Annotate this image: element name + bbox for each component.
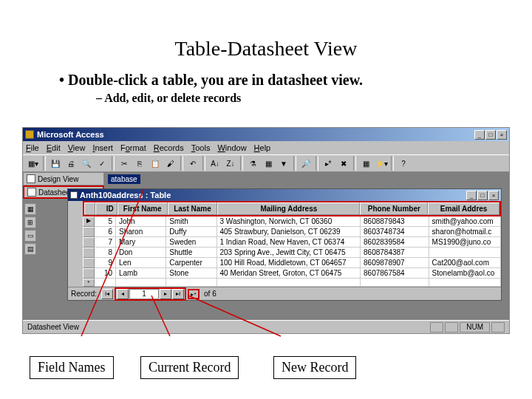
format-painter-button[interactable]: 🖌	[163, 156, 178, 171]
prev-record-button[interactable]: ◂	[117, 289, 129, 299]
table-minimize-button[interactable]: _	[466, 191, 477, 200]
print-preview-button[interactable]: 🔍	[79, 156, 94, 171]
cell-phone[interactable]: 8609878907	[361, 258, 429, 268]
cell-id[interactable]: 10	[95, 268, 116, 279]
close-button[interactable]: ×	[497, 130, 507, 140]
sort-desc-button[interactable]: Z↓	[223, 156, 238, 171]
row-selector[interactable]	[83, 237, 95, 248]
cell-lastname[interactable]: Shuttle	[166, 248, 216, 258]
cell-lastname[interactable]: Smith	[166, 216, 216, 227]
apply-filter-button[interactable]: ▼	[276, 156, 291, 171]
delete-record-button[interactable]: ✖	[336, 156, 351, 171]
view-dropdown-button[interactable]: ▦▾	[26, 156, 41, 171]
cell-id[interactable]: 6	[95, 227, 116, 237]
cell-address[interactable]: 3 Washington, Norwich, CT 06360	[217, 216, 361, 227]
cell-id[interactable]: 5	[95, 216, 116, 227]
menu-tools[interactable]: Tools	[191, 143, 211, 152]
paste-button[interactable]: 📋	[148, 156, 163, 171]
menu-insert[interactable]: Insert	[92, 143, 113, 152]
cell-id[interactable]: 7	[95, 237, 116, 248]
objects-tab-reports[interactable]: ▤	[24, 243, 36, 255]
maximize-button[interactable]: □	[485, 130, 496, 140]
cell-address[interactable]: 1 Indian Road, New Haven, CT 06374	[217, 237, 361, 248]
menu-view[interactable]: View	[68, 143, 86, 152]
next-record-button[interactable]: ▸	[160, 289, 171, 299]
cell-lastname[interactable]: Sweden	[166, 237, 216, 248]
table-close-button[interactable]: ×	[488, 191, 499, 200]
table-row[interactable]: *	[83, 279, 501, 287]
cell-email[interactable]: sharon@hotmail.c	[429, 227, 501, 237]
current-record-input[interactable]: 1	[129, 289, 159, 299]
print-button[interactable]: 🖨	[64, 156, 78, 171]
objects-tab-forms[interactable]: ▭	[24, 230, 36, 242]
menu-records[interactable]: Records	[154, 143, 184, 152]
cell-email[interactable]	[429, 279, 501, 287]
cell-phone[interactable]: 8602839584	[361, 237, 429, 248]
table-row[interactable]: 10LambStone40 Meridan Street, Groton, CT…	[83, 268, 501, 279]
menu-edit[interactable]: Edit	[47, 143, 61, 152]
new-record-button[interactable]: ▸*	[321, 156, 335, 171]
row-selector[interactable]	[83, 258, 95, 268]
sort-asc-button[interactable]: A↓	[208, 156, 222, 171]
cell-lastname[interactable]: Stone	[166, 268, 216, 279]
save-button[interactable]: 💾	[48, 156, 63, 171]
copy-button[interactable]: ⎘	[132, 156, 147, 171]
undo-button[interactable]: ↶	[185, 156, 200, 171]
objects-tab-queries[interactable]: ⊞	[24, 216, 36, 228]
cell-id[interactable]: 9	[95, 258, 116, 268]
cell-phone[interactable]: 8607867584	[361, 268, 429, 279]
col-firstname[interactable]: First Name	[117, 202, 168, 215]
datasheet-grid[interactable]: ID First Name Last Name Mailing Address …	[83, 201, 501, 287]
objects-tab-tables[interactable]: ▦	[24, 203, 36, 215]
table-row[interactable]: 9LenCarpenter100 Hill Road, Middletown, …	[83, 258, 501, 268]
table-row[interactable]: 6SharonDuffy405 Strawbury, Danielson, CT…	[83, 227, 501, 237]
menu-window[interactable]: Window	[217, 143, 246, 152]
cell-lastname[interactable]: Carpenter	[166, 258, 216, 268]
find-button[interactable]: 🔎	[299, 156, 313, 171]
cell-email[interactable]: Cat200@aol.com	[429, 258, 501, 268]
cut-button[interactable]: ✂	[117, 156, 132, 171]
help-button[interactable]: ?	[396, 156, 411, 171]
cell-firstname[interactable]: Lamb	[116, 268, 166, 279]
table-maximize-button[interactable]: □	[477, 191, 488, 200]
cell-address[interactable]: 100 Hill Road, Middletown, CT 064657	[217, 258, 361, 268]
row-selector[interactable]	[83, 248, 95, 258]
cell-lastname[interactable]: Duffy	[166, 227, 216, 237]
col-phone[interactable]: Phone Number	[360, 202, 428, 215]
filter-selection-button[interactable]: ⚗	[245, 156, 260, 171]
col-email[interactable]: Email Addres	[428, 202, 499, 215]
menu-help[interactable]: Help	[254, 143, 271, 152]
cell-email[interactable]	[429, 248, 501, 258]
cell-address[interactable]: 405 Strawbury, Danielson, CT 06239	[217, 227, 361, 237]
cell-phone[interactable]: 8603748734	[361, 227, 429, 237]
menu-file[interactable]: File	[26, 143, 39, 152]
cell-firstname[interactable]: Sharon	[116, 227, 166, 237]
new-record-nav-button[interactable]: ▸*	[188, 289, 200, 299]
last-record-button[interactable]: ▸I	[172, 289, 184, 299]
cell-email[interactable]: smith@yahoo.com	[429, 216, 501, 227]
row-selector[interactable]: *	[83, 279, 95, 287]
spelling-button[interactable]: ✓	[95, 156, 109, 171]
row-selector[interactable]: ▶	[83, 216, 95, 227]
cell-address[interactable]: 203 Spring Ave., Jewitt City, CT 06475	[217, 248, 361, 258]
cell-email[interactable]: MS1990@juno.co	[429, 237, 501, 248]
cell-id[interactable]	[95, 279, 116, 287]
database-window-button[interactable]: ▦	[358, 156, 373, 171]
cell-firstname[interactable]	[116, 279, 166, 287]
menu-format[interactable]: Format	[120, 143, 146, 152]
col-lastname[interactable]: Last Name	[168, 202, 218, 215]
row-selector[interactable]	[83, 227, 95, 237]
row-selector[interactable]	[83, 268, 95, 279]
cell-phone[interactable]: 8608784387	[361, 248, 429, 258]
cell-phone[interactable]	[361, 279, 429, 287]
cell-firstname[interactable]: Len	[116, 258, 166, 268]
table-row[interactable]: 8DonShuttle203 Spring Ave., Jewitt City,…	[83, 248, 501, 258]
first-record-button[interactable]: I◂	[101, 289, 113, 299]
cell-phone[interactable]: 8608879843	[361, 216, 429, 227]
col-id[interactable]: ID	[95, 202, 117, 215]
cell-firstname[interactable]: John	[116, 216, 166, 227]
cell-address[interactable]	[217, 279, 361, 287]
filter-form-button[interactable]: ▦	[261, 156, 276, 171]
cell-lastname[interactable]	[166, 279, 216, 287]
table-row[interactable]: ▶5JohnSmith3 Washington, Norwich, CT 063…	[83, 216, 501, 227]
